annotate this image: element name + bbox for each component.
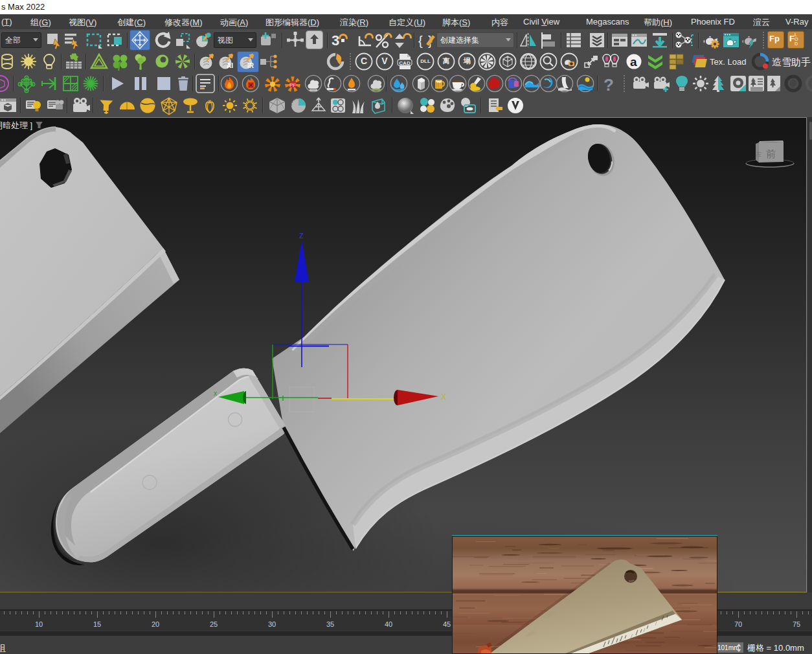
svg-text:离: 离 — [442, 57, 450, 65]
svg-text:Z: Z — [299, 232, 304, 240]
svg-text:{: { — [418, 34, 423, 48]
svg-text:V: V — [381, 56, 388, 66]
svg-text:明暗处理 ]: 明暗处理 ] — [0, 120, 32, 130]
svg-text:AI: AI — [227, 62, 233, 69]
svg-text:a: a — [630, 55, 637, 69]
svg-text:C: C — [361, 56, 367, 66]
svg-text:左: 左 — [756, 151, 761, 157]
svg-text:X: X — [441, 392, 446, 401]
svg-text:DLL: DLL — [420, 58, 431, 64]
svg-text:3: 3 — [332, 32, 339, 49]
svg-text:PF: PF — [289, 82, 296, 88]
svg-text:CAD: CAD — [399, 60, 411, 66]
svg-text:前: 前 — [766, 148, 776, 159]
svg-text:IR: IR — [247, 62, 254, 69]
svg-text:塌: 塌 — [463, 57, 471, 65]
svg-text:x: x — [214, 390, 217, 397]
